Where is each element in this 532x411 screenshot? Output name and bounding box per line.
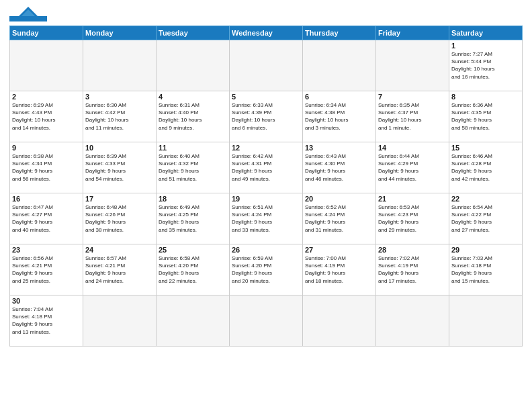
day-number: 6 — [305, 93, 373, 101]
day-number: 23 — [12, 246, 81, 254]
calendar-cell: 24Sunrise: 6:57 AM Sunset: 4:21 PM Dayli… — [83, 244, 157, 295]
day-number: 16 — [12, 195, 81, 203]
day-info: Sunrise: 6:33 AM Sunset: 4:39 PM Dayligh… — [232, 101, 300, 132]
day-info: Sunrise: 6:51 AM Sunset: 4:24 PM Dayligh… — [232, 203, 300, 234]
calendar-week-0: 1Sunrise: 7:27 AM Sunset: 5:44 PM Daylig… — [10, 40, 523, 91]
calendar-cell: 23Sunrise: 6:56 AM Sunset: 4:21 PM Dayli… — [10, 244, 83, 295]
calendar-header-monday: Monday — [83, 26, 157, 40]
day-number: 17 — [85, 195, 154, 203]
day-info: Sunrise: 6:44 AM Sunset: 4:29 PM Dayligh… — [378, 152, 447, 183]
day-number: 8 — [451, 93, 520, 101]
calendar-cell: 6Sunrise: 6:34 AM Sunset: 4:38 PM Daylig… — [303, 91, 376, 142]
calendar-cell — [157, 40, 230, 91]
calendar-header-friday: Friday — [376, 26, 449, 40]
day-info: Sunrise: 6:35 AM Sunset: 4:37 PM Dayligh… — [378, 101, 447, 132]
calendar-cell: 28Sunrise: 7:02 AM Sunset: 4:19 PM Dayli… — [376, 244, 449, 295]
day-number: 28 — [378, 246, 447, 254]
day-info: Sunrise: 6:53 AM Sunset: 4:23 PM Dayligh… — [378, 203, 447, 234]
calendar-cell — [230, 295, 303, 347]
logo — [9, 7, 47, 21]
calendar-week-4: 23Sunrise: 6:56 AM Sunset: 4:21 PM Dayli… — [10, 244, 523, 295]
logo-icon — [9, 7, 47, 21]
day-number: 29 — [451, 246, 520, 254]
calendar-cell: 7Sunrise: 6:35 AM Sunset: 4:37 PM Daylig… — [376, 91, 449, 142]
day-info: Sunrise: 6:56 AM Sunset: 4:21 PM Dayligh… — [12, 255, 81, 285]
calendar-cell: 10Sunrise: 6:39 AM Sunset: 4:33 PM Dayli… — [83, 142, 157, 193]
day-number: 1 — [451, 42, 520, 50]
calendar-header-row: SundayMondayTuesdayWednesdayThursdayFrid… — [10, 26, 523, 40]
day-info: Sunrise: 6:38 AM Sunset: 4:34 PM Dayligh… — [12, 152, 81, 183]
day-info: Sunrise: 6:39 AM Sunset: 4:33 PM Dayligh… — [85, 152, 154, 183]
calendar-header-wednesday: Wednesday — [230, 26, 303, 40]
day-info: Sunrise: 6:49 AM Sunset: 4:25 PM Dayligh… — [159, 203, 227, 234]
calendar-cell — [157, 295, 230, 347]
calendar-week-3: 16Sunrise: 6:47 AM Sunset: 4:27 PM Dayli… — [10, 193, 523, 244]
day-number: 14 — [378, 144, 447, 152]
calendar-cell: 1Sunrise: 7:27 AM Sunset: 5:44 PM Daylig… — [449, 40, 523, 91]
day-info: Sunrise: 6:31 AM Sunset: 4:40 PM Dayligh… — [159, 101, 227, 132]
calendar-cell: 3Sunrise: 6:30 AM Sunset: 4:42 PM Daylig… — [83, 91, 157, 142]
calendar-cell: 18Sunrise: 6:49 AM Sunset: 4:25 PM Dayli… — [157, 193, 230, 244]
calendar-week-2: 9Sunrise: 6:38 AM Sunset: 4:34 PM Daylig… — [10, 142, 523, 193]
day-number: 12 — [232, 144, 300, 152]
day-number: 11 — [159, 144, 227, 152]
calendar-week-5: 30Sunrise: 7:04 AM Sunset: 4:18 PM Dayli… — [10, 295, 523, 347]
calendar-cell: 27Sunrise: 7:00 AM Sunset: 4:19 PM Dayli… — [303, 244, 376, 295]
calendar-cell: 13Sunrise: 6:43 AM Sunset: 4:30 PM Dayli… — [303, 142, 376, 193]
day-number: 21 — [378, 195, 447, 203]
day-info: Sunrise: 6:46 AM Sunset: 4:28 PM Dayligh… — [451, 152, 520, 183]
day-info: Sunrise: 7:04 AM Sunset: 4:18 PM Dayligh… — [12, 306, 81, 336]
day-number: 9 — [12, 144, 81, 152]
day-info: Sunrise: 6:43 AM Sunset: 4:30 PM Dayligh… — [305, 152, 373, 183]
calendar-cell — [303, 295, 376, 347]
day-info: Sunrise: 6:47 AM Sunset: 4:27 PM Dayligh… — [12, 203, 81, 234]
calendar-cell — [376, 295, 449, 347]
calendar-cell — [83, 295, 157, 347]
day-number: 3 — [85, 93, 154, 101]
calendar-cell: 2Sunrise: 6:29 AM Sunset: 4:43 PM Daylig… — [10, 91, 83, 142]
day-number: 30 — [12, 297, 81, 305]
day-number: 15 — [451, 144, 520, 152]
day-info: Sunrise: 7:00 AM Sunset: 4:19 PM Dayligh… — [305, 255, 373, 285]
day-number: 26 — [232, 246, 300, 254]
day-number: 18 — [159, 195, 227, 203]
page: SundayMondayTuesdayWednesdayThursdayFrid… — [0, 0, 532, 411]
calendar-cell: 29Sunrise: 7:03 AM Sunset: 4:18 PM Dayli… — [449, 244, 523, 295]
calendar-cell: 19Sunrise: 6:51 AM Sunset: 4:24 PM Dayli… — [230, 193, 303, 244]
calendar-cell: 25Sunrise: 6:58 AM Sunset: 4:20 PM Dayli… — [157, 244, 230, 295]
day-number: 4 — [159, 93, 227, 101]
day-number: 27 — [305, 246, 373, 254]
calendar-header-sunday: Sunday — [10, 26, 83, 40]
day-number: 13 — [305, 144, 373, 152]
day-number: 24 — [85, 246, 154, 254]
day-number: 19 — [232, 195, 300, 203]
day-number: 7 — [378, 93, 447, 101]
day-info: Sunrise: 6:36 AM Sunset: 4:35 PM Dayligh… — [451, 101, 520, 132]
calendar-cell: 4Sunrise: 6:31 AM Sunset: 4:40 PM Daylig… — [157, 91, 230, 142]
calendar-cell: 22Sunrise: 6:54 AM Sunset: 4:22 PM Dayli… — [449, 193, 523, 244]
day-number: 10 — [85, 144, 154, 152]
day-info: Sunrise: 6:57 AM Sunset: 4:21 PM Dayligh… — [85, 255, 154, 285]
day-info: Sunrise: 6:52 AM Sunset: 4:24 PM Dayligh… — [305, 203, 373, 234]
calendar-cell: 17Sunrise: 6:48 AM Sunset: 4:26 PM Dayli… — [83, 193, 157, 244]
day-info: Sunrise: 6:48 AM Sunset: 4:26 PM Dayligh… — [85, 203, 154, 234]
calendar-cell: 5Sunrise: 6:33 AM Sunset: 4:39 PM Daylig… — [230, 91, 303, 142]
day-info: Sunrise: 6:59 AM Sunset: 4:20 PM Dayligh… — [232, 255, 300, 285]
calendar-table: SundayMondayTuesdayWednesdayThursdayFrid… — [9, 26, 523, 347]
calendar-cell — [83, 40, 157, 91]
header — [9, 7, 523, 21]
calendar-header-tuesday: Tuesday — [157, 26, 230, 40]
day-info: Sunrise: 6:40 AM Sunset: 4:32 PM Dayligh… — [159, 152, 227, 183]
calendar-cell: 14Sunrise: 6:44 AM Sunset: 4:29 PM Dayli… — [376, 142, 449, 193]
day-number: 5 — [232, 93, 300, 101]
calendar-cell: 11Sunrise: 6:40 AM Sunset: 4:32 PM Dayli… — [157, 142, 230, 193]
day-number: 22 — [451, 195, 520, 203]
calendar-cell: 15Sunrise: 6:46 AM Sunset: 4:28 PM Dayli… — [449, 142, 523, 193]
svg-rect-0 — [9, 16, 47, 21]
calendar-cell — [10, 40, 83, 91]
day-info: Sunrise: 6:34 AM Sunset: 4:38 PM Dayligh… — [305, 101, 373, 132]
calendar-week-1: 2Sunrise: 6:29 AM Sunset: 4:43 PM Daylig… — [10, 91, 523, 142]
calendar-cell: 30Sunrise: 7:04 AM Sunset: 4:18 PM Dayli… — [10, 295, 83, 347]
calendar-cell — [449, 295, 523, 347]
calendar-header-thursday: Thursday — [303, 26, 376, 40]
